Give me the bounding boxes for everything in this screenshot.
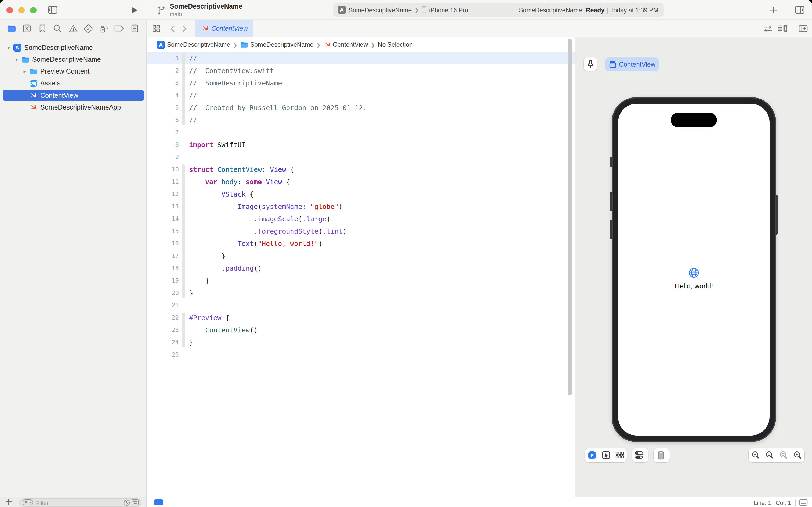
zoom-controls: 1: [749, 448, 805, 462]
zoom-in-icon[interactable]: [791, 448, 805, 462]
iphone-screen[interactable]: Hello, world!: [618, 104, 769, 436]
line-number[interactable]: 11: [147, 178, 179, 185]
line-number[interactable]: 19: [147, 277, 179, 284]
jump-bar[interactable]: ASomeDescriptiveName❯SomeDescriptiveName…: [147, 37, 575, 52]
navigator-debug-icon[interactable]: [98, 22, 110, 35]
line-number[interactable]: 4: [147, 92, 179, 99]
library-add-button[interactable]: [767, 4, 780, 15]
line-number[interactable]: 6: [147, 117, 179, 123]
live-preview-button[interactable]: [585, 448, 599, 462]
line-number[interactable]: 8: [147, 141, 179, 148]
editor-scrollbar[interactable]: [568, 39, 572, 395]
zoom-fit-icon[interactable]: [776, 448, 791, 462]
line-number[interactable]: 9: [147, 154, 179, 161]
sidebar-item-contentview[interactable]: ContentView: [3, 90, 144, 101]
sidebar-item-somedescriptivename[interactable]: ▾ASomeDescriptiveName: [3, 42, 144, 53]
line-number[interactable]: 7: [147, 129, 179, 136]
sidebar-item-preview-content[interactable]: ▸Preview Content: [3, 66, 144, 77]
disclosure-triangle-icon[interactable]: ▸: [22, 69, 27, 74]
line-number[interactable]: 23: [147, 327, 179, 334]
go-forward-icon[interactable]: [178, 22, 190, 35]
tab-contentview[interactable]: ContentView: [195, 20, 253, 37]
line-number[interactable]: 21: [147, 302, 179, 309]
code-review-icon[interactable]: [763, 25, 772, 32]
zoom-100-icon[interactable]: 1: [763, 448, 776, 462]
navigator-tab-strip: [0, 20, 147, 37]
line-number[interactable]: 10: [147, 166, 179, 173]
navigator-tests-icon[interactable]: [83, 22, 95, 35]
disclosure-triangle-icon[interactable]: ▾: [6, 45, 11, 50]
scheme-selector[interactable]: A SomeDescriptiveName ❯ iPhone 16 Pro: [338, 6, 468, 14]
jumpbar-item[interactable]: ASomeDescriptiveName: [157, 41, 230, 49]
line-number[interactable]: 3: [147, 79, 179, 87]
related-items-icon[interactable]: [151, 22, 162, 35]
navigator-breakpoints-icon[interactable]: [114, 22, 125, 35]
toggle-navigator-icon[interactable]: [46, 4, 59, 15]
editor-options-icon[interactable]: [777, 25, 787, 32]
variants-mode-button[interactable]: [613, 448, 627, 462]
line-number[interactable]: 1: [147, 55, 179, 62]
line-number[interactable]: 12: [147, 191, 179, 198]
selectable-mode-button[interactable]: [599, 448, 613, 462]
disclosure-triangle-icon[interactable]: ▾: [14, 57, 19, 62]
line-number[interactable]: 20: [147, 289, 179, 296]
jumpbar-item-label: No Selection: [378, 41, 413, 48]
navigator-bookmarks-icon[interactable]: [36, 22, 48, 35]
code-line: 14 .imageScale(.large): [147, 213, 575, 225]
code-line: 13 Image(systemName: "globe"): [147, 200, 575, 213]
toggle-inspector-icon[interactable]: [793, 4, 806, 15]
navigator-find-icon[interactable]: [52, 22, 64, 35]
source-editor[interactable]: ASomeDescriptiveName❯SomeDescriptiveName…: [147, 37, 575, 497]
editor-only-indicator[interactable]: [154, 500, 163, 505]
close-window-button[interactable]: [6, 7, 13, 13]
code-line: 8import SwiftUI: [147, 138, 575, 151]
add-file-button[interactable]: [5, 498, 12, 505]
line-number[interactable]: 17: [147, 252, 179, 260]
line-number[interactable]: 18: [147, 265, 179, 272]
sidebar-item-somedescriptivename[interactable]: ▾SomeDescriptiveName: [3, 54, 144, 65]
code-folding-ribbon[interactable]: [181, 164, 185, 298]
line-number[interactable]: 13: [147, 203, 179, 210]
sidebar-item-somedescriptivenameapp[interactable]: SomeDescriptiveNameApp: [3, 102, 144, 113]
preview-tab[interactable]: ContentView: [605, 57, 659, 71]
navigator-issues-icon[interactable]: [67, 22, 79, 35]
navigator-source-control-icon[interactable]: [21, 22, 33, 35]
line-number[interactable]: 5: [147, 104, 179, 111]
filter-input[interactable]: Filter: [19, 498, 141, 507]
folder-icon: [240, 41, 248, 48]
device-preview-button[interactable]: [653, 448, 670, 462]
jumpbar-item[interactable]: No Selection: [378, 41, 413, 48]
sidebar-item-label: SomeDescriptiveName: [24, 44, 93, 51]
zoom-window-button[interactable]: [30, 7, 37, 13]
globe-icon: [689, 268, 699, 278]
jumpbar-item[interactable]: SomeDescriptiveName: [240, 41, 313, 48]
adjust-editor-icon[interactable]: [799, 499, 808, 506]
navigator-reports-icon[interactable]: [129, 22, 141, 35]
device-settings-button[interactable]: [632, 448, 648, 462]
code-line: 11 var body: some View {: [147, 176, 575, 188]
status-time: Today at 1:39 PM: [611, 7, 658, 13]
activity-view[interactable]: A SomeDescriptiveName ❯ iPhone 16 Pro So…: [333, 3, 664, 17]
source-control-filter-icon[interactable]: [131, 500, 138, 505]
line-number[interactable]: 25: [147, 351, 179, 358]
chevron-right-icon: ❯: [316, 42, 321, 48]
line-number[interactable]: 15: [147, 228, 179, 235]
minimize-window-button[interactable]: [18, 7, 25, 13]
zoom-out-icon[interactable]: [749, 448, 763, 462]
code-area[interactable]: 1//2// ContentView.swift3// SomeDescript…: [147, 52, 575, 487]
go-back-icon[interactable]: [167, 22, 178, 35]
pin-preview-button[interactable]: [584, 57, 597, 71]
line-number[interactable]: 14: [147, 215, 179, 222]
add-editor-icon[interactable]: [799, 25, 808, 32]
jumpbar-item[interactable]: ContentView: [323, 41, 368, 48]
line-number[interactable]: 24: [147, 339, 179, 346]
code-folding-ribbon[interactable]: [181, 313, 185, 347]
line-number[interactable]: 22: [147, 314, 179, 321]
code-folding-ribbon[interactable]: [181, 53, 185, 125]
recent-files-icon[interactable]: [123, 499, 130, 506]
line-number[interactable]: 16: [147, 240, 179, 247]
navigator-project-icon[interactable]: [5, 22, 17, 35]
run-button[interactable]: [128, 4, 141, 15]
line-number[interactable]: 2: [147, 67, 179, 74]
sidebar-item-assets[interactable]: Assets: [3, 78, 144, 89]
